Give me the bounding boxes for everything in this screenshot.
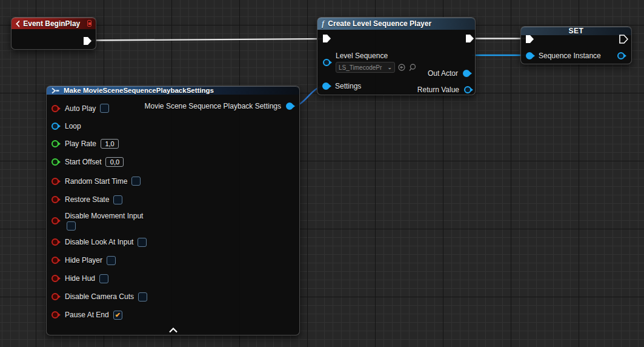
hide-player-checkbox[interactable] bbox=[107, 256, 116, 265]
exec-input-pin[interactable] bbox=[322, 34, 331, 43]
bool-pin[interactable] bbox=[51, 178, 59, 185]
level-sequence-pin[interactable] bbox=[323, 59, 330, 66]
sequence-instance-input-pin[interactable] bbox=[526, 52, 533, 59]
pin-label: Restore State bbox=[65, 195, 109, 204]
return-value-pin[interactable] bbox=[464, 86, 471, 93]
pin-row: Loop bbox=[47, 117, 299, 135]
pin-label: Level Sequence bbox=[336, 52, 416, 60]
pin-row: Random Start Time bbox=[47, 172, 299, 190]
exec-output-pin[interactable] bbox=[465, 34, 474, 43]
bool-pin[interactable] bbox=[51, 275, 59, 282]
pause-at-end-checkbox[interactable] bbox=[113, 311, 122, 320]
node-make-playback-settings[interactable]: Make MovieSceneSequencePlaybackSettings … bbox=[46, 86, 300, 335]
pin-row: Disable Camera Cuts bbox=[47, 288, 299, 306]
blueprint-canvas[interactable]: Event BeginPlay f Create Level Sequence … bbox=[0, 0, 644, 347]
red-square-badge-icon bbox=[87, 20, 91, 27]
bool-pin[interactable] bbox=[51, 257, 59, 264]
pin-row: Play Rate 1,0 bbox=[47, 135, 299, 152]
exec-output-pin[interactable] bbox=[83, 36, 92, 45]
exec-input-pin[interactable] bbox=[525, 35, 534, 44]
pin-row: Start Offset 0,0 bbox=[47, 152, 299, 172]
pin-row: Restore State bbox=[47, 190, 299, 209]
bool-pin[interactable] bbox=[51, 196, 59, 203]
auto-play-checkbox[interactable] bbox=[100, 104, 109, 113]
pin-row: Hide Hud bbox=[47, 269, 299, 288]
pin-label: Disable Movement Input bbox=[65, 212, 143, 220]
pin-label: Disable Camera Cuts bbox=[65, 292, 134, 301]
restore-state-checkbox[interactable] bbox=[113, 195, 122, 204]
sequence-instance-output-pin[interactable] bbox=[617, 52, 625, 59]
event-icon bbox=[16, 20, 19, 27]
disable-movement-input-checkbox[interactable] bbox=[67, 221, 76, 231]
pin-label: Return Value bbox=[417, 86, 459, 94]
disable-look-at-input-checkbox[interactable] bbox=[138, 238, 147, 247]
float-pin[interactable] bbox=[51, 158, 59, 166]
pin-label: Auto Play bbox=[65, 104, 96, 113]
pin-label: Out Actor bbox=[428, 69, 458, 78]
pin-label: Settings bbox=[335, 82, 361, 90]
bool-pin[interactable] bbox=[51, 217, 59, 224]
collapse-chevron-icon[interactable] bbox=[168, 328, 178, 333]
use-selected-asset-icon[interactable] bbox=[398, 64, 405, 71]
object-pin[interactable] bbox=[51, 123, 59, 130]
node-title: Event BeginPlay bbox=[23, 19, 80, 28]
pin-label: Play Rate bbox=[65, 140, 96, 148]
float-pin[interactable] bbox=[51, 140, 59, 147]
play-rate-input[interactable]: 1,0 bbox=[101, 139, 119, 149]
pin-row: Auto Play bbox=[47, 99, 299, 117]
bool-pin[interactable] bbox=[51, 293, 59, 300]
pin-row: Hide Player bbox=[47, 251, 299, 269]
disable-camera-cuts-checkbox[interactable] bbox=[138, 292, 147, 302]
pin-label: Sequence Instance bbox=[539, 52, 601, 60]
pin-label: Hide Player bbox=[65, 256, 102, 264]
bool-pin[interactable] bbox=[51, 105, 59, 112]
asset-picker-dropdown[interactable]: LS_TimecodePr ⌄ bbox=[336, 62, 395, 73]
pin-row: Pause At End bbox=[47, 306, 299, 324]
pin-row: Disable Look At Input bbox=[47, 233, 299, 251]
node-set-sequence-instance[interactable]: SET Sequence Instance bbox=[520, 26, 632, 64]
node-title: Make MovieSceneSequencePlaybackSettings bbox=[64, 87, 214, 94]
exec-wire-beginplay-to-create[interactable] bbox=[91, 39, 323, 41]
pin-label: Hide Hud bbox=[65, 274, 95, 283]
start-offset-input[interactable]: 0,0 bbox=[105, 157, 124, 167]
bool-pin[interactable] bbox=[51, 238, 59, 246]
hide-hud-checkbox[interactable] bbox=[99, 274, 108, 283]
pin-label: Loop bbox=[65, 122, 81, 130]
pin-label: Disable Look At Input bbox=[65, 238, 133, 246]
node-create-level-sequence-player[interactable]: f Create Level Sequence Player Level Seq… bbox=[317, 17, 476, 95]
asset-picker-value: LS_TimecodePr bbox=[339, 64, 385, 71]
node-event-beginplay[interactable]: Event BeginPlay bbox=[11, 17, 96, 50]
node-title: Create Level Sequence Player bbox=[328, 19, 431, 28]
pin-label: Pause At End bbox=[65, 311, 109, 319]
node-title: SET bbox=[569, 27, 584, 35]
function-icon: f bbox=[322, 19, 324, 29]
out-actor-pin[interactable] bbox=[463, 70, 470, 77]
pin-label: Start Offset bbox=[65, 158, 101, 166]
make-struct-icon bbox=[51, 87, 60, 94]
pin-label: Random Start Time bbox=[65, 177, 127, 186]
exec-output-pin[interactable] bbox=[619, 35, 628, 44]
pin-row: Disable Movement Input bbox=[47, 209, 299, 233]
settings-pin[interactable] bbox=[322, 83, 330, 90]
random-start-time-checkbox[interactable] bbox=[131, 177, 141, 186]
chevron-down-icon: ⌄ bbox=[387, 65, 392, 70]
browse-asset-icon[interactable] bbox=[408, 64, 416, 72]
bool-pin[interactable] bbox=[51, 311, 59, 318]
